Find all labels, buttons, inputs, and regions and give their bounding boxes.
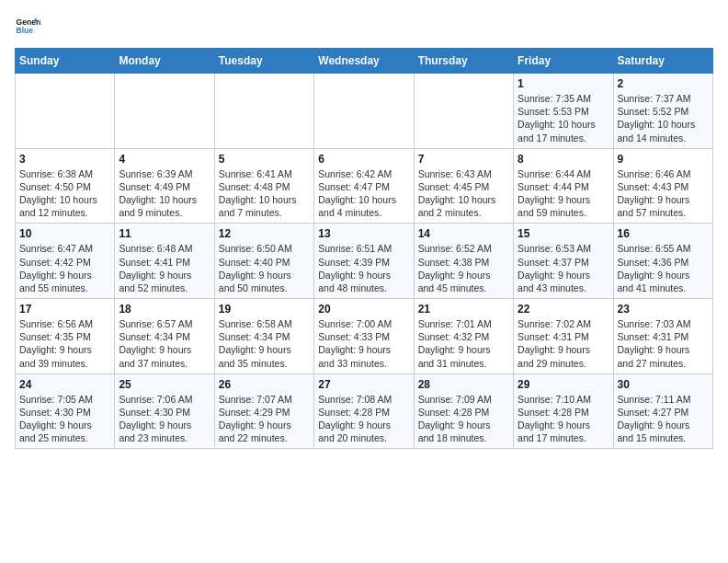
day-number: 6 (318, 153, 409, 166)
calendar-cell: 3Sunrise: 6:38 AM Sunset: 4:50 PM Daylig… (16, 148, 115, 224)
calendar-week-row: 3Sunrise: 6:38 AM Sunset: 4:50 PM Daylig… (16, 148, 713, 224)
calendar-table: SundayMondayTuesdayWednesdayThursdayFrid… (15, 48, 713, 449)
calendar-week-row: 17Sunrise: 6:56 AM Sunset: 4:35 PM Dayli… (16, 299, 713, 374)
page-header: General Blue (15, 15, 713, 40)
day-number: 9 (618, 153, 709, 166)
weekday-header-cell: Monday (115, 49, 214, 74)
day-info: Sunrise: 7:09 AM Sunset: 4:28 PM Dayligh… (418, 393, 509, 445)
weekday-header-cell: Saturday (613, 49, 712, 74)
day-info: Sunrise: 6:38 AM Sunset: 4:50 PM Dayligh… (19, 167, 110, 220)
calendar-cell (16, 74, 115, 149)
calendar-cell: 4Sunrise: 6:39 AM Sunset: 4:49 PM Daylig… (115, 148, 214, 224)
calendar-cell: 22Sunrise: 7:02 AM Sunset: 4:31 PM Dayli… (514, 299, 613, 374)
calendar-cell: 23Sunrise: 7:03 AM Sunset: 4:31 PM Dayli… (613, 299, 712, 374)
calendar-cell: 19Sunrise: 6:58 AM Sunset: 4:34 PM Dayli… (214, 299, 313, 374)
calendar-cell (115, 74, 214, 149)
logo-icon: General Blue (15, 15, 40, 40)
day-info: Sunrise: 6:46 AM Sunset: 4:43 PM Dayligh… (618, 167, 709, 220)
day-info: Sunrise: 7:37 AM Sunset: 5:52 PM Dayligh… (618, 92, 709, 144)
day-number: 25 (119, 378, 210, 391)
day-info: Sunrise: 7:05 AM Sunset: 4:30 PM Dayligh… (19, 393, 110, 445)
calendar-cell: 2Sunrise: 7:37 AM Sunset: 5:52 PM Daylig… (613, 74, 712, 149)
calendar-cell: 13Sunrise: 6:51 AM Sunset: 4:39 PM Dayli… (314, 224, 414, 299)
calendar-cell: 10Sunrise: 6:47 AM Sunset: 4:42 PM Dayli… (16, 224, 115, 299)
day-info: Sunrise: 6:47 AM Sunset: 4:42 PM Dayligh… (19, 242, 110, 294)
calendar-cell: 9Sunrise: 6:46 AM Sunset: 4:43 PM Daylig… (613, 148, 712, 224)
day-number: 1 (518, 77, 609, 90)
day-number: 10 (19, 227, 110, 240)
day-info: Sunrise: 6:50 AM Sunset: 4:40 PM Dayligh… (219, 242, 310, 294)
day-number: 4 (119, 153, 210, 166)
day-info: Sunrise: 6:41 AM Sunset: 4:48 PM Dayligh… (219, 167, 310, 220)
day-number: 11 (119, 227, 210, 240)
calendar-week-row: 10Sunrise: 6:47 AM Sunset: 4:42 PM Dayli… (16, 224, 713, 299)
day-number: 8 (518, 153, 609, 166)
calendar-cell (214, 74, 313, 149)
day-info: Sunrise: 7:07 AM Sunset: 4:29 PM Dayligh… (219, 393, 310, 445)
day-info: Sunrise: 7:02 AM Sunset: 4:31 PM Dayligh… (518, 317, 609, 370)
day-info: Sunrise: 7:06 AM Sunset: 4:30 PM Dayligh… (119, 393, 210, 445)
day-info: Sunrise: 6:44 AM Sunset: 4:44 PM Dayligh… (518, 167, 609, 220)
day-info: Sunrise: 7:11 AM Sunset: 4:27 PM Dayligh… (618, 393, 709, 445)
calendar-week-row: 1Sunrise: 7:35 AM Sunset: 5:53 PM Daylig… (16, 74, 713, 149)
day-info: Sunrise: 7:00 AM Sunset: 4:33 PM Dayligh… (318, 317, 409, 370)
logo: General Blue (15, 15, 40, 40)
day-number: 2 (618, 77, 709, 90)
day-number: 18 (119, 303, 210, 316)
day-number: 15 (518, 227, 609, 240)
day-info: Sunrise: 6:58 AM Sunset: 4:34 PM Dayligh… (219, 317, 310, 370)
weekday-header-cell: Wednesday (314, 49, 414, 74)
calendar-cell: 21Sunrise: 7:01 AM Sunset: 4:32 PM Dayli… (414, 299, 513, 374)
calendar-cell: 1Sunrise: 7:35 AM Sunset: 5:53 PM Daylig… (514, 74, 613, 149)
calendar-cell: 30Sunrise: 7:11 AM Sunset: 4:27 PM Dayli… (613, 373, 712, 449)
calendar-cell: 7Sunrise: 6:43 AM Sunset: 4:45 PM Daylig… (414, 148, 513, 224)
calendar-cell (314, 74, 414, 149)
weekday-header-row: SundayMondayTuesdayWednesdayThursdayFrid… (16, 49, 713, 74)
day-number: 14 (418, 227, 509, 240)
day-info: Sunrise: 6:48 AM Sunset: 4:41 PM Dayligh… (119, 242, 210, 294)
day-number: 26 (219, 378, 310, 391)
day-info: Sunrise: 6:57 AM Sunset: 4:34 PM Dayligh… (119, 317, 210, 370)
calendar-cell: 18Sunrise: 6:57 AM Sunset: 4:34 PM Dayli… (115, 299, 214, 374)
calendar-cell: 16Sunrise: 6:55 AM Sunset: 4:36 PM Dayli… (613, 224, 712, 299)
day-info: Sunrise: 6:39 AM Sunset: 4:49 PM Dayligh… (119, 167, 210, 220)
calendar-cell: 26Sunrise: 7:07 AM Sunset: 4:29 PM Dayli… (214, 373, 313, 449)
day-info: Sunrise: 7:03 AM Sunset: 4:31 PM Dayligh… (618, 317, 709, 370)
day-number: 12 (219, 227, 310, 240)
calendar-cell: 28Sunrise: 7:09 AM Sunset: 4:28 PM Dayli… (414, 373, 513, 449)
calendar-cell: 25Sunrise: 7:06 AM Sunset: 4:30 PM Dayli… (115, 373, 214, 449)
calendar-cell: 14Sunrise: 6:52 AM Sunset: 4:38 PM Dayli… (414, 224, 513, 299)
calendar-cell: 12Sunrise: 6:50 AM Sunset: 4:40 PM Dayli… (214, 224, 313, 299)
weekday-header-cell: Tuesday (214, 49, 313, 74)
weekday-header-cell: Friday (514, 49, 613, 74)
day-info: Sunrise: 6:43 AM Sunset: 4:45 PM Dayligh… (418, 167, 509, 220)
day-info: Sunrise: 6:53 AM Sunset: 4:37 PM Dayligh… (518, 242, 609, 294)
day-number: 22 (518, 303, 609, 316)
day-info: Sunrise: 6:52 AM Sunset: 4:38 PM Dayligh… (418, 242, 509, 294)
calendar-cell: 24Sunrise: 7:05 AM Sunset: 4:30 PM Dayli… (16, 373, 115, 449)
day-number: 30 (618, 378, 709, 391)
svg-text:Blue: Blue (17, 26, 34, 35)
day-info: Sunrise: 6:51 AM Sunset: 4:39 PM Dayligh… (318, 242, 409, 294)
day-number: 3 (19, 153, 110, 166)
calendar-cell: 5Sunrise: 6:41 AM Sunset: 4:48 PM Daylig… (214, 148, 313, 224)
day-number: 24 (19, 378, 110, 391)
calendar-cell (414, 74, 513, 149)
day-info: Sunrise: 6:55 AM Sunset: 4:36 PM Dayligh… (618, 242, 709, 294)
day-number: 23 (618, 303, 709, 316)
day-number: 21 (418, 303, 509, 316)
calendar-cell: 27Sunrise: 7:08 AM Sunset: 4:28 PM Dayli… (314, 373, 414, 449)
day-number: 19 (219, 303, 310, 316)
day-number: 13 (318, 227, 409, 240)
day-info: Sunrise: 6:42 AM Sunset: 4:47 PM Dayligh… (318, 167, 409, 220)
day-info: Sunrise: 7:35 AM Sunset: 5:53 PM Dayligh… (518, 92, 609, 144)
calendar-week-row: 24Sunrise: 7:05 AM Sunset: 4:30 PM Dayli… (16, 373, 713, 449)
day-info: Sunrise: 7:08 AM Sunset: 4:28 PM Dayligh… (318, 393, 409, 445)
day-info: Sunrise: 7:10 AM Sunset: 4:28 PM Dayligh… (518, 393, 609, 445)
weekday-header-cell: Thursday (414, 49, 513, 74)
day-number: 20 (318, 303, 409, 316)
calendar-cell: 17Sunrise: 6:56 AM Sunset: 4:35 PM Dayli… (16, 299, 115, 374)
day-info: Sunrise: 7:01 AM Sunset: 4:32 PM Dayligh… (418, 317, 509, 370)
calendar-cell: 15Sunrise: 6:53 AM Sunset: 4:37 PM Dayli… (514, 224, 613, 299)
calendar-cell: 11Sunrise: 6:48 AM Sunset: 4:41 PM Dayli… (115, 224, 214, 299)
